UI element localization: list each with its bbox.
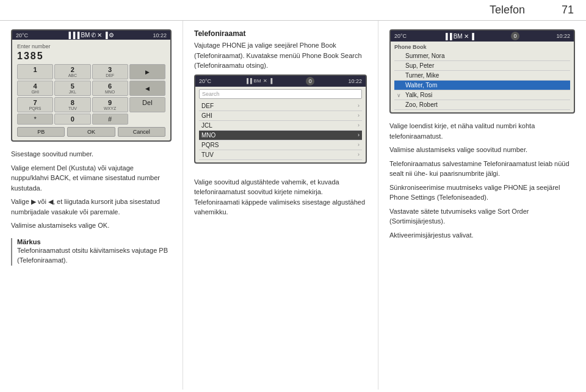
ok-button[interactable]: OK (67, 127, 115, 137)
left-para-2: Valige element Del (Kustuta) või vajutag… (11, 163, 172, 194)
search-item-pqrs[interactable]: PQRS› (199, 140, 362, 150)
search-screen: 20°C ▐▐ BM ✕ ▐ 0 10:22 Search DEF› GHI (194, 74, 367, 164)
left-note-text: Telefoniraamatust otsitu käivitamiseks v… (17, 245, 172, 266)
search-item-mno[interactable]: MNO› (199, 131, 362, 140)
dial-key-2[interactable]: 2ABC (54, 64, 90, 79)
phonebook-screen: 20°C ▐▐ BM ✕ ▐ 0 10:22 Phone Book Summer… (389, 29, 575, 114)
dial-key-right[interactable]: ▶ (129, 64, 165, 79)
left-column: 20°C ▐▐▐ BM ✆ ✕ ▐ ⚙ 10:22 Enter number 1… (0, 21, 183, 390)
search-list: DEF› GHI› JCL› MNO› PQRS› TUV› (199, 101, 362, 160)
dial-action-buttons: PB OK Cancel (17, 127, 165, 137)
right-para-1: Valige loendist kirje, et näha valitud n… (389, 121, 575, 141)
dial-number: 1385 (17, 51, 165, 62)
search-item-tuv[interactable]: TUV› (199, 150, 362, 160)
phonebook-contact-list: Summer, Nora Sup, Peter Turner, Mike Wal… (394, 51, 570, 110)
right-para-3: Telefoniraamatus salvestamine Telefonira… (389, 159, 575, 179)
dial-screen: 20°C ▐▐▐ BM ✆ ✕ ▐ ⚙ 10:22 Enter number 1… (11, 29, 172, 142)
right-para-4: Sünkroniseerimise muutmiseks valige PHON… (389, 183, 575, 203)
phonebook-label: Phone Book (394, 44, 570, 50)
dial-key-hash[interactable]: # (92, 114, 128, 125)
dial-key-7[interactable]: 7PQRS (17, 97, 53, 112)
signal-icon: ▐▐▐ (67, 32, 79, 38)
phonebook-temp: 20°C (394, 33, 407, 39)
page-title: Telefon (490, 4, 525, 16)
left-para-3: Valige ▶ või ◀, et liigutada kursorit ju… (11, 197, 172, 217)
dial-key-1[interactable]: 1 (17, 64, 53, 79)
mid-section-heading: Telefoniraamat (194, 29, 367, 38)
contact-zoo[interactable]: Zoo, Robert (394, 100, 570, 110)
dial-signal-icons: ▐▐▐ BM ✆ ✕ ▐ ⚙ (67, 32, 114, 38)
dial-key-4[interactable]: 4GHI (17, 81, 53, 96)
dial-screen-header: 20°C ▐▐▐ BM ✆ ✕ ▐ ⚙ 10:22 (12, 31, 170, 40)
dial-time: 10:22 (153, 32, 167, 38)
right-para-2: Valimise alustamiseks valige soovitud nu… (389, 145, 575, 155)
zero-badge: 0 (306, 77, 314, 85)
contact-yalk[interactable]: ∨ Yalk, Rosi (394, 90, 570, 100)
mute-icon: ✕ (97, 32, 102, 38)
mid-body-text: Valige soovitud algustähtede vahemik, et… (194, 177, 367, 217)
mid-intro-text: Vajutage PHONE ja valige seejärel Phone … (194, 40, 367, 71)
dial-key-0[interactable]: 0 (54, 114, 90, 125)
dial-key-8[interactable]: 8TUV (54, 97, 90, 112)
left-note-title: Märkus (17, 238, 172, 245)
battery-icon: ▐ (103, 32, 107, 38)
search-status-icons: ▐▐ BM ✕ ▐ (245, 78, 272, 84)
dial-temp: 20°C (16, 32, 28, 38)
network-icon: BM (81, 32, 90, 38)
search-time: 10:22 (348, 78, 362, 84)
contact-sup[interactable]: Sup, Peter (394, 61, 570, 71)
search-screen-header: 20°C ▐▐ BM ✕ ▐ 0 10:22 (195, 76, 366, 87)
search-item-def[interactable]: DEF› (199, 101, 362, 111)
dial-key-star[interactable]: * (17, 114, 53, 125)
pb-battery-icon: ▐ (470, 33, 474, 40)
dial-key-left[interactable]: ◀ (129, 81, 165, 96)
settings-icon: ⚙ (109, 32, 114, 38)
dial-enter-label: Enter number (17, 43, 165, 49)
left-para-4: Valimise alustamiseks valige OK. (11, 220, 172, 231)
search-mute-icon: ✕ (263, 78, 267, 84)
phone-icon: ✆ (91, 32, 96, 38)
main-content: 20°C ▐▐▐ BM ✆ ✕ ▐ ⚙ 10:22 Enter number 1… (0, 21, 586, 390)
phonebook-screen-body: Phone Book Summer, Nora Sup, Peter Turne… (391, 42, 574, 112)
search-screen-body: Search DEF› GHI› JCL› MNO› PQRS› (195, 87, 366, 162)
dial-keypad: 1 2ABC 3DEF ▶ 4GHI 5JKL (17, 64, 165, 125)
dial-key-5[interactable]: 5JKL (54, 81, 90, 96)
page-header: Telefon 71 (0, 0, 586, 21)
phonebook-time: 10:22 (556, 33, 570, 39)
mid-column: Telefoniraamat Vajutage PHONE ja valige … (183, 21, 378, 390)
left-note-block: Märkus Telefoniraamatust otsitu käivitam… (11, 238, 172, 266)
pb-mute-icon: ✕ (464, 33, 469, 40)
pb-signal-icon: ▐▐ (443, 33, 452, 40)
contact-walter[interactable]: Walter, Tom (394, 81, 570, 90)
dial-key-9[interactable]: 9WXYZ (92, 97, 128, 112)
cancel-button[interactable]: Cancel (118, 127, 165, 137)
left-para-1: Sisestage soovitud number. (11, 149, 172, 159)
dial-screen-body: Enter number 1385 1 2ABC 3DEF ▶ 4GHI (12, 40, 170, 140)
pb-zero-badge: 0 (511, 32, 519, 40)
search-signal-icon: ▐▐ (245, 78, 251, 84)
contact-turner[interactable]: Turner, Mike (394, 71, 570, 81)
search-temp: 20°C (199, 78, 211, 84)
search-phone-icon: BM (254, 78, 261, 84)
dial-key-6[interactable]: 6MNO (92, 81, 128, 96)
right-column: 20°C ▐▐ BM ✕ ▐ 0 10:22 Phone Book Summer… (378, 21, 586, 390)
search-bar[interactable]: Search (199, 89, 362, 99)
phonebook-screen-header: 20°C ▐▐ BM ✕ ▐ 0 10:22 (391, 31, 574, 42)
dial-key-del[interactable]: Del (129, 97, 165, 112)
dial-key-3[interactable]: 3DEF (92, 64, 128, 79)
pb-button[interactable]: PB (17, 127, 65, 137)
search-item-jkl[interactable]: JCL› (199, 121, 362, 131)
pb-phone-icon: BM (454, 33, 463, 40)
right-para-6: Aktiveerimisjärjestus valivat. (389, 230, 575, 241)
phonebook-signal-icons: ▐▐ BM ✕ ▐ (443, 33, 474, 40)
contact-summer[interactable]: Summer, Nora (394, 51, 570, 61)
search-battery-icon: ▐ (269, 78, 273, 84)
page-number: 71 (562, 4, 574, 16)
right-para-5: Vastavate sätete tutvumiseks valige Sort… (389, 206, 575, 227)
search-item-ghi[interactable]: GHI› (199, 111, 362, 121)
